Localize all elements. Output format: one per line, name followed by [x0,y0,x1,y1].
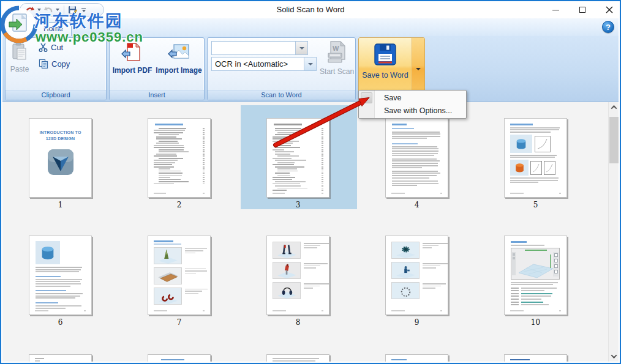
group-scan-to-word: OCR in <Automatic> W Start Scan [207,37,356,100]
scanner-combo[interactable] [211,41,308,55]
site-watermark-url: www.pc0359.cn [36,29,143,45]
copy-label: Copy [51,59,70,69]
save-to-word-icon [374,43,397,67]
page-thumbnail-11[interactable] [29,354,92,362]
page-number-10: 10 [504,318,567,327]
group-clipboard: Paste Cut [5,37,107,100]
page-number-2: 2 [148,201,211,209]
import-image-label: Import Image [156,66,201,75]
page-thumbnail-1[interactable]: INTRODUCTION TO 123D DESIGN [29,118,92,198]
page-number-1: 1 [29,201,92,209]
page-thumbnail-15[interactable] [504,354,567,362]
menu-item-label: Save with Options... [384,106,452,115]
copy-button[interactable]: Copy [36,56,72,71]
group-scan-label: Scan to Word [208,90,355,100]
page-number-6: 6 [29,318,92,327]
menu-item-label: Save [384,94,402,102]
paste-label: Paste [10,65,29,73]
save-to-word-label: Save to Word [362,71,408,80]
scroll-down-button[interactable] [609,351,619,362]
chevron-down-icon [416,68,421,70]
site-watermark-logo [1,4,39,43]
page-number-5: 5 [504,201,567,209]
page-thumbnail-2[interactable] [148,118,211,198]
import-pdf-icon [121,42,143,63]
save-dropdown-menu: SaveSave with Options... [358,90,467,119]
site-watermark-text: 河东软件园 [34,10,123,32]
ocr-language-value: OCR in <Automatic> [212,58,304,70]
page-thumbnail-panel: INTRODUCTION TO 123D DESIGN 1 [2,102,619,362]
maximize-button[interactable] [577,4,588,15]
page-thumbnail-6[interactable] [29,236,92,315]
start-scan-label: Start Scan [320,67,354,76]
page-number-7: 7 [148,318,211,327]
paste-icon [11,42,28,62]
menu-item-save[interactable]: Save [359,92,466,105]
page-number-3: 3 [266,201,329,209]
page-thumbnail-10[interactable] [504,236,567,315]
minimize-button[interactable] [550,4,561,15]
import-image-icon [168,42,190,63]
group-clipboard-label: Clipboard [6,90,106,100]
chevron-down-icon [308,63,313,65]
ocr-combo-dropdown[interactable] [304,58,316,70]
paste-button[interactable]: Paste [6,38,34,91]
scanner-combo-value [212,42,295,54]
page-thumbnail-13[interactable] [266,354,329,362]
page-number-9: 9 [385,318,448,327]
qat-customize-icon [81,8,86,9]
close-icon [606,6,613,13]
scroll-up-button[interactable] [609,102,619,113]
maximize-icon [579,7,585,13]
import-pdf-label: Import PDF [113,66,152,75]
page-thumbnail-5[interactable] [504,118,567,198]
vertical-scrollbar[interactable] [608,102,619,362]
scanner-combo-dropdown[interactable] [295,42,307,54]
help-button[interactable]: ? [602,21,614,33]
ribbon: Paste Cut [2,36,619,102]
start-scan-button[interactable]: W Start Scan [318,41,355,94]
copy-icon [39,59,48,69]
group-insert-label: Insert [110,90,204,100]
page-thumbnail-14[interactable] [385,354,448,362]
menu-item-save-with-options[interactable]: Save with Options... [359,105,466,117]
import-pdf-button[interactable]: Import PDF [110,38,155,91]
page-thumbnail-3[interactable] [266,118,329,198]
page-number-4: 4 [385,201,448,209]
scrollbar-thumb[interactable] [609,117,619,163]
minimize-icon [552,10,559,10]
page-thumbnail-4[interactable] [385,118,448,198]
svg-text:W: W [333,45,339,52]
group-insert: Import PDF Import Image Insert [109,37,205,100]
page-thumbnail-7[interactable] [148,236,211,315]
page-thumbnail-9[interactable] [385,236,448,315]
page-number-8: 8 [266,318,329,327]
chevron-down-icon [611,352,617,358]
close-button[interactable] [604,4,615,15]
chevron-down-icon [299,47,304,50]
chevron-up-icon [611,105,617,111]
menu-item-icon-slot [361,92,372,103]
page-thumbnail-8[interactable] [266,236,329,315]
page-thumbnail-12[interactable] [148,354,211,362]
start-scan-icon: W [326,41,348,64]
app-window: Solid Scan to Word Home ? [0,0,621,364]
import-image-button[interactable]: Import Image [155,38,203,91]
ocr-language-combo[interactable]: OCR in <Automatic> [211,57,317,71]
